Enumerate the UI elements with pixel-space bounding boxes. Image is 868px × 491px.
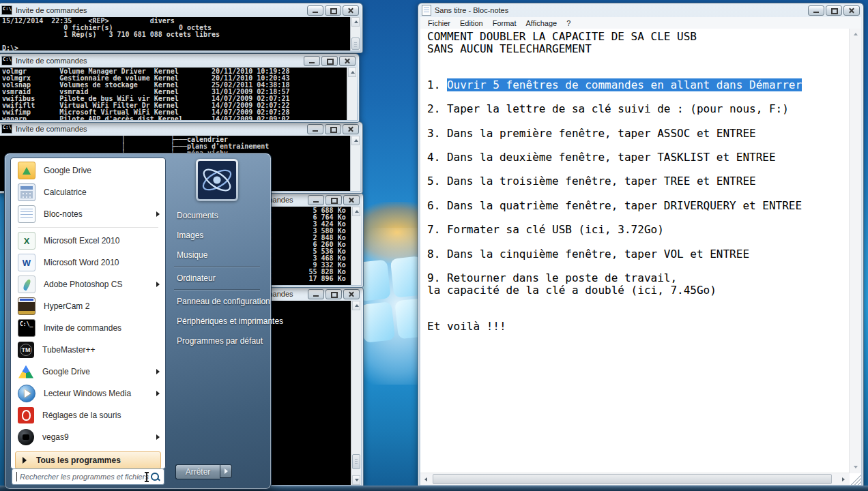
- start-menu-item-invite-de-commandes[interactable]: Invite de commandes: [11, 317, 165, 339]
- minimize-button[interactable]: [808, 5, 824, 16]
- scrollbar[interactable]: [351, 207, 361, 285]
- scroll-up-icon[interactable]: [351, 136, 360, 145]
- resize-grip[interactable]: [850, 473, 861, 485]
- start-menu-link-images[interactable]: Images: [169, 225, 265, 245]
- scroll-down-icon[interactable]: [352, 475, 360, 485]
- start-menu-link-documents[interactable]: Documents: [169, 205, 265, 225]
- window-title: Sans titre - Bloc-notes: [435, 6, 805, 14]
- start-menu-link-programmes-par-d-faut[interactable]: Programmes par défaut: [169, 331, 265, 351]
- maximize-button[interactable]: [325, 5, 341, 16]
- start-menu-item-label: Calculatrice: [44, 188, 87, 197]
- close-button[interactable]: [343, 195, 360, 205]
- minimize-button[interactable]: [307, 5, 323, 16]
- submenu-arrow-icon: [156, 282, 160, 287]
- minimize-button[interactable]: [304, 56, 320, 66]
- close-button[interactable]: [343, 5, 359, 16]
- search-input[interactable]: Rechercher les programmes et fichiers: [12, 468, 164, 485]
- scroll-thumb[interactable]: [433, 474, 832, 484]
- menu-edition[interactable]: Edition: [455, 19, 488, 27]
- close-button[interactable]: [343, 124, 359, 134]
- scrollbar[interactable]: [347, 68, 357, 120]
- photoshop-icon: [18, 276, 35, 293]
- title-bar[interactable]: Invite de commandes: [0, 3, 362, 17]
- terminal-output[interactable]: volmgr Volume Manager Driver Kernel 20/1…: [0, 68, 357, 120]
- cmd-prompt-icon: [18, 319, 35, 337]
- scroll-up-icon[interactable]: [348, 68, 356, 77]
- vertical-scrollbar[interactable]: [849, 29, 861, 473]
- title-bar[interactable]: Invite de commandes: [0, 122, 362, 136]
- selected-text: Ouvrir 5 fenêtres de commandes en allant…: [447, 78, 802, 91]
- menu-fichier[interactable]: Fichier: [423, 19, 455, 27]
- title-bar[interactable]: Sans titre - Bloc-notes: [418, 3, 863, 17]
- minimize-button[interactable]: [307, 124, 323, 134]
- scroll-down-icon[interactable]: [850, 462, 860, 473]
- cmd-window-2[interactable]: Invite de commandes volmgr Volume Manage…: [0, 53, 360, 123]
- start-menu-item-label: Google Drive: [44, 166, 91, 175]
- shutdown-button[interactable]: Arrêter: [175, 464, 220, 479]
- maximize-button[interactable]: [326, 289, 342, 299]
- close-button[interactable]: [339, 56, 356, 66]
- maximize-button[interactable]: [321, 56, 338, 66]
- start-menu-item-tubemaster[interactable]: TubeMaster++: [11, 339, 165, 361]
- scrollbar[interactable]: [350, 136, 360, 191]
- scroll-up-icon[interactable]: [850, 29, 860, 40]
- maximize-button[interactable]: [326, 195, 342, 205]
- submenu-arrow-icon: [156, 391, 160, 396]
- start-menu-item-google-drive[interactable]: Google Drive: [11, 160, 165, 181]
- notepad-text-area[interactable]: COMMENT DOUBLER LA CAPACITE DE SA CLE US…: [420, 29, 850, 473]
- terminal-output[interactable]: 15/12/2014 22:35 <REP> divers 0 fichier(…: [0, 17, 360, 50]
- notepad-icon: [422, 5, 431, 16]
- cmd-icon: [1, 5, 12, 15]
- start-menu-item-vegas9[interactable]: vegas9: [11, 426, 165, 448]
- start-menu-link-ordinateur[interactable]: Ordinateur: [169, 268, 265, 288]
- google-drive-icon: [18, 363, 34, 380]
- start-menu-programs-panel: Google DriveCalculatriceBloc-notesMicros…: [10, 158, 166, 469]
- start-menu-item-microsoft-excel-2010[interactable]: Microsoft Excel 2010: [11, 230, 165, 252]
- start-menu-item-microsoft-word-2010[interactable]: Microsoft Word 2010: [11, 252, 165, 273]
- start-menu-item-bloc-notes[interactable]: Bloc-notes: [11, 203, 165, 225]
- title-bar[interactable]: Invite de commandes: [0, 54, 359, 68]
- start-menu-item-label: Bloc-notes: [44, 209, 83, 219]
- tubemaster-icon: [18, 342, 34, 358]
- scroll-left-icon[interactable]: [421, 474, 431, 484]
- scroll-up-icon[interactable]: [352, 207, 360, 216]
- terminal-text: 15/12/2014 22:35 <REP> divers 0 fichier(…: [0, 17, 360, 50]
- cmd-window-1[interactable]: Invite de commandes 15/12/2014 22:35 <RE…: [0, 3, 363, 53]
- start-menu-item-r-glages-de-la-souris[interactable]: Réglages de la souris: [11, 404, 165, 426]
- start-menu-item-label: TubeMaster++: [42, 345, 96, 355]
- minimize-button[interactable]: [308, 195, 324, 205]
- start-menu-item-calculatrice[interactable]: Calculatrice: [11, 181, 165, 203]
- minimize-button[interactable]: [308, 289, 324, 299]
- scroll-up-icon[interactable]: [352, 301, 360, 310]
- notepad-icon: [18, 205, 35, 223]
- word-icon: [18, 254, 35, 271]
- start-menu-link-musique[interactable]: Musique: [169, 245, 265, 265]
- close-button[interactable]: [843, 5, 860, 16]
- start-menu-item-adobe-photoshop-cs[interactable]: Adobe Photoshop CS: [11, 273, 165, 295]
- start-menu-item-label: Lecteur Windows Media: [44, 389, 131, 398]
- notepad-window[interactable]: Sans titre - Bloc-notes FichierEditionFo…: [418, 3, 864, 488]
- start-menu-link-panneau-de-configuration[interactable]: Panneau de configuration: [169, 291, 265, 311]
- maximize-button[interactable]: [826, 5, 842, 16]
- start-menu-link-p-riph-riques-et-imprimantes[interactable]: Périphériques et imprimantes: [169, 311, 265, 331]
- start-menu-item-hypercam-2[interactable]: HyperCam 2: [11, 295, 165, 317]
- start-menu-item-lecteur-windows-media[interactable]: Lecteur Windows Media: [11, 383, 165, 404]
- scroll-thumb[interactable]: [351, 38, 360, 50]
- shutdown-options-arrow[interactable]: [220, 464, 232, 478]
- all-programs-button[interactable]: Tous les programmes: [15, 451, 161, 469]
- scroll-right-icon[interactable]: [839, 474, 849, 484]
- close-button[interactable]: [343, 289, 360, 299]
- scroll-up-icon[interactable]: [351, 17, 360, 27]
- scrollbar[interactable]: [351, 301, 361, 485]
- scrollbar[interactable]: [350, 17, 360, 50]
- maximize-button[interactable]: [325, 124, 341, 134]
- user-avatar[interactable]: [196, 159, 238, 201]
- menu-help[interactable]: ?: [562, 19, 575, 27]
- start-menu-item-google-drive[interactable]: Google Drive: [11, 361, 165, 383]
- menu-format[interactable]: Format: [488, 19, 521, 27]
- horizontal-scrollbar[interactable]: [420, 473, 850, 485]
- start-menu: Google DriveCalculatriceBloc-notesMicros…: [4, 153, 272, 490]
- scroll-thumb[interactable]: [352, 454, 360, 469]
- menu-separator: [18, 227, 158, 228]
- menu-affichage[interactable]: Affichage: [521, 19, 562, 27]
